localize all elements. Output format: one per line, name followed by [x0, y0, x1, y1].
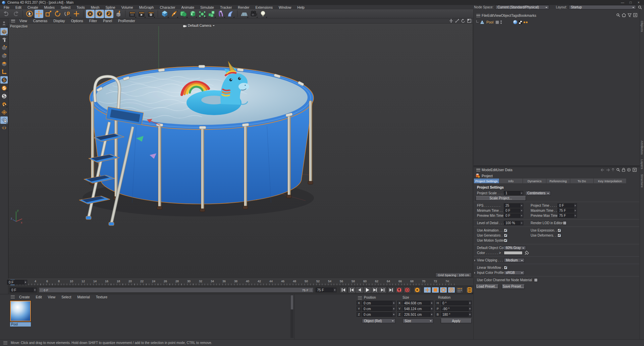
object-name[interactable]: Pool [486, 20, 494, 24]
range-end-grip[interactable] [310, 289, 312, 292]
workplane-mode-button[interactable] [0, 108, 8, 116]
viewport-solo-off-button[interactable] [0, 76, 8, 84]
preview-range-bar[interactable]: 0 F 75 F [39, 287, 314, 293]
undo-button[interactable] [2, 10, 11, 18]
menu-item[interactable]: Help [294, 5, 308, 9]
last-used-tool[interactable] [63, 10, 71, 18]
menu-item[interactable]: Edit [12, 5, 24, 9]
go-to-start-button[interactable] [340, 287, 347, 293]
minimize-button[interactable]: — [619, 0, 626, 5]
menu-item[interactable]: Create [24, 5, 41, 9]
object-manager-menu-item[interactable]: Edit [487, 13, 493, 17]
material-tag-icon[interactable] [513, 20, 517, 24]
material-thumbnail[interactable] [10, 301, 31, 322]
search-icon[interactable] [616, 13, 620, 17]
next-key-button[interactable] [379, 287, 386, 293]
project-time-field[interactable]: 0 F [557, 203, 577, 208]
pan-view-icon[interactable] [449, 19, 453, 23]
enable-axis-tool[interactable] [72, 10, 81, 18]
linear-workflow-checkbox[interactable] [504, 266, 507, 269]
rotation-p-field[interactable]: -90 ° [441, 306, 472, 311]
rotate-tool[interactable] [53, 10, 62, 18]
key-scale-button[interactable] [432, 287, 439, 293]
view-clipping-dropdown[interactable]: Medium [504, 258, 525, 262]
redo-button[interactable] [11, 10, 20, 18]
edges-mode-button[interactable] [0, 52, 8, 59]
lock-workplane-button[interactable] [0, 116, 8, 124]
close-button[interactable]: × [635, 0, 642, 5]
key-position-button[interactable] [424, 287, 431, 293]
rotation-b-field[interactable]: 180 ° [441, 312, 472, 317]
fps-field[interactable]: 25 [504, 203, 523, 208]
viewport-menu-item[interactable]: ProRender [115, 19, 138, 23]
play-button[interactable] [364, 287, 371, 293]
ruler-frame-field[interactable]: 0 F [7, 280, 27, 285]
target-icon[interactable] [627, 168, 631, 172]
rotation-h-field[interactable]: 0 ° [441, 301, 472, 305]
parent-up-icon[interactable] [611, 168, 614, 171]
attribute-tab[interactable]: Info [499, 179, 523, 183]
toggle-view-icon[interactable] [467, 19, 471, 23]
visibility-dots-icon[interactable] [500, 20, 502, 24]
material-menu-item[interactable]: Texture [93, 295, 110, 299]
add-cloner-button[interactable] [207, 10, 216, 18]
menu-item[interactable]: Modes [41, 5, 58, 9]
viewport-menu-item[interactable]: View [16, 19, 30, 23]
object-row-pool[interactable]: Pool [476, 20, 528, 24]
size-x-field[interactable]: 484.608 cm [402, 301, 433, 305]
size-y-field[interactable]: 548.124 cm [402, 306, 433, 311]
search-icon[interactable] [616, 168, 620, 172]
menu-item[interactable]: Mesh [88, 5, 103, 9]
attribute-menu-icon[interactable] [476, 168, 480, 171]
texture-mode-button[interactable] [0, 36, 8, 43]
material-menu-item[interactable]: Select [58, 295, 74, 299]
max-frame-field[interactable]: 75 F [316, 288, 336, 292]
side-tab[interactable]: Layers [640, 159, 644, 169]
viewport-menu-item[interactable]: Cameras [30, 19, 51, 23]
coordinates-menu-icon[interactable] [358, 296, 362, 299]
viewport-solo-hierarchy-button[interactable] [0, 92, 8, 100]
add-panel-icon[interactable] [633, 168, 637, 172]
home-icon[interactable] [622, 13, 626, 17]
node-space-dropdown[interactable]: Current (Standard/Physical) [495, 5, 549, 9]
object-manager-menu-item[interactable]: Object [501, 13, 511, 17]
maximize-button[interactable]: □ [627, 0, 634, 5]
menu-item[interactable]: Tracker [217, 5, 235, 9]
attribute-tab[interactable]: To Do [570, 179, 594, 183]
viewport-menu-item[interactable]: Filter [86, 19, 100, 23]
model-mode-button[interactable] [0, 28, 8, 35]
project-scale-field[interactable]: 1 [504, 191, 523, 195]
attribute-tab[interactable]: Dynamics [523, 179, 546, 183]
spinner-icon[interactable] [333, 288, 336, 292]
history-forward-icon[interactable] [606, 168, 610, 171]
add-floor-object-button[interactable] [240, 10, 249, 18]
timeline-window-button[interactable] [466, 287, 473, 293]
menu-item[interactable]: Tools [73, 5, 88, 9]
workplane-alignment-button[interactable] [0, 125, 8, 132]
viewport-menu-item[interactable]: Display [50, 19, 68, 23]
material-menu-item[interactable]: Create [16, 295, 33, 299]
material-menu-icon[interactable] [11, 295, 15, 298]
tag-dots-icon[interactable] [524, 21, 528, 23]
maximum-time-field[interactable]: 75 F [557, 208, 577, 213]
viewport-menu-item[interactable]: Panel [100, 19, 115, 23]
key-rotation-button[interactable] [440, 287, 447, 293]
viewport-canvas[interactable]: y x z Perspective Default Camera Grid Sp… [8, 23, 473, 279]
viewport-menu-item[interactable]: Options [68, 19, 86, 23]
attribute-menu-item[interactable]: Mode [482, 168, 490, 172]
add-light-button[interactable] [259, 10, 267, 18]
points-mode-button[interactable] [0, 44, 8, 51]
material-scrollbar[interactable] [290, 295, 293, 338]
use-motion-system-checkbox[interactable] [504, 239, 507, 242]
live-selection-tool[interactable] [25, 10, 34, 18]
use-expression-checkbox[interactable] [557, 229, 561, 232]
search-icon[interactable] [638, 5, 642, 9]
preview-max-time-field[interactable]: 75 F [557, 213, 577, 218]
move-tool[interactable] [35, 10, 43, 18]
load-preset-button[interactable]: Load Preset... [476, 284, 498, 289]
make-editable-button[interactable] [0, 20, 8, 27]
previous-key-button[interactable] [348, 287, 356, 293]
minimum-time-field[interactable]: 0 F [504, 208, 523, 213]
next-frame-button[interactable] [371, 287, 379, 293]
record-keyframe-button[interactable] [395, 287, 403, 293]
